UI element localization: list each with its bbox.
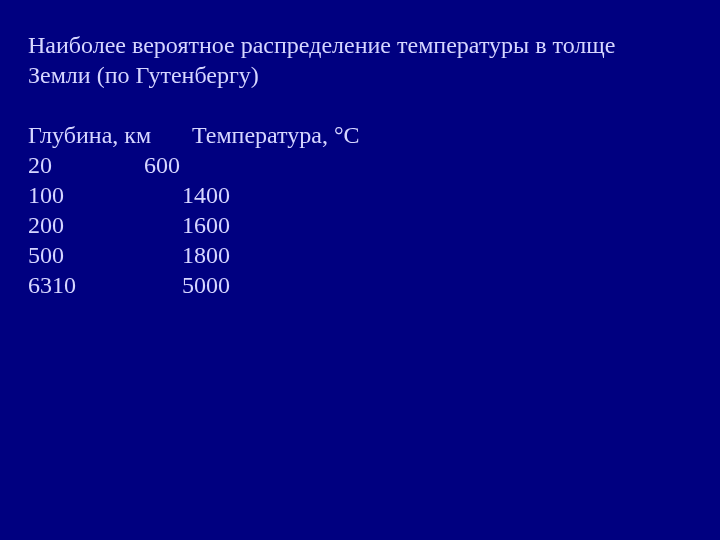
header-temperature: Температура, °С <box>192 120 360 150</box>
cell-depth: 200 <box>28 210 176 240</box>
cell-temperature: 5000 <box>182 270 230 300</box>
table-row: 500 1800 <box>28 240 692 270</box>
cell-temperature: 1800 <box>182 240 230 270</box>
cell-depth: 100 <box>28 180 176 210</box>
cell-temperature: 1600 <box>182 210 230 240</box>
spacer <box>28 90 692 120</box>
title-line-1: Наиболее вероятное распределение темпера… <box>28 30 692 60</box>
cell-depth: 6310 <box>28 270 176 300</box>
table-row: 6310 5000 <box>28 270 692 300</box>
cell-temperature: 1400 <box>182 180 230 210</box>
cell-temperature: 600 <box>144 150 180 180</box>
table-row: 100 1400 <box>28 180 692 210</box>
table-header-row: Глубина, км Температура, °С <box>28 120 692 150</box>
title-line-2: Земли (по Гутенбергу) <box>28 60 692 90</box>
table-row: 200 1600 <box>28 210 692 240</box>
cell-depth: 500 <box>28 240 176 270</box>
header-depth: Глубина, км <box>28 120 186 150</box>
table-row: 20 600 <box>28 150 692 180</box>
cell-depth: 20 <box>28 150 138 180</box>
